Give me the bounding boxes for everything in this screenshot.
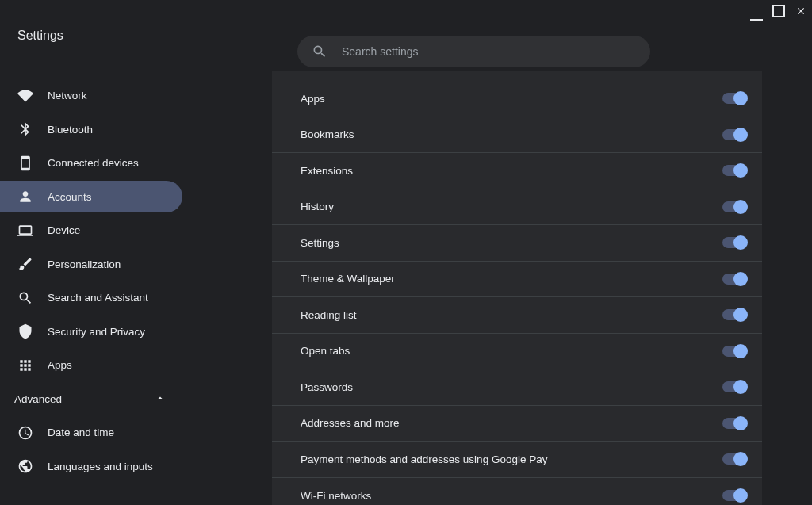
wifi-icon — [17, 88, 33, 104]
shield-icon — [17, 323, 33, 339]
clock-icon — [17, 425, 33, 441]
sync-row-payments: Payment methods and addresses using Goog… — [272, 442, 762, 478]
sync-row-settings: Settings — [272, 225, 762, 262]
laptop-icon — [17, 223, 33, 239]
toggle-addresses[interactable] — [722, 418, 746, 429]
sync-row-wifi: Wi-Fi networks — [272, 478, 762, 506]
sidebar-item-label: Apps — [48, 359, 72, 371]
sync-row-reading-list: Reading list — [272, 297, 762, 334]
sync-row-label: Passwords — [301, 381, 353, 393]
search-bar[interactable] — [297, 36, 650, 67]
device-icon — [17, 155, 33, 171]
globe-icon — [17, 458, 33, 474]
search-input[interactable] — [342, 45, 636, 58]
sync-row-label: Wi-Fi networks — [301, 490, 371, 502]
sync-row-extensions: Extensions — [272, 153, 762, 189]
sidebar: Network Bluetooth Connected devices Acco… — [0, 71, 222, 505]
sidebar-item-label: Date and time — [48, 427, 114, 438]
sidebar-item-label: Device — [48, 224, 80, 236]
chevron-up-icon — [155, 393, 165, 405]
toggle-history[interactable] — [722, 201, 746, 212]
sync-row-label: Extensions — [301, 165, 353, 177]
search-icon — [17, 290, 33, 306]
sidebar-item-label: Search and Assistant — [48, 292, 148, 304]
sidebar-item-label: Bluetooth — [48, 124, 93, 136]
sidebar-item-label: Accounts — [48, 191, 92, 203]
sidebar-item-label: Connected devices — [48, 157, 139, 169]
toggle-apps[interactable] — [722, 93, 746, 104]
toggle-passwords[interactable] — [722, 381, 746, 392]
sidebar-item-bluetooth[interactable]: Bluetooth — [0, 113, 182, 145]
sync-row-open-tabs: Open tabs — [272, 334, 762, 370]
toggle-open-tabs[interactable] — [722, 346, 746, 357]
sidebar-item-network[interactable]: Network — [0, 80, 182, 112]
sidebar-item-label: Personalization — [48, 258, 121, 270]
sync-row-label: Payment methods and addresses using Goog… — [301, 453, 547, 465]
sidebar-item-date-time[interactable]: Date and time — [0, 417, 182, 449]
sidebar-item-languages[interactable]: Languages and inputs — [0, 450, 182, 482]
sync-row-label: Bookmarks — [301, 128, 354, 140]
sidebar-item-search-assistant[interactable]: Search and Assistant — [0, 282, 182, 314]
sidebar-section-advanced[interactable]: Advanced — [0, 383, 182, 415]
person-icon — [17, 189, 33, 205]
sidebar-item-security-privacy[interactable]: Security and Privacy — [0, 316, 182, 347]
sync-options-panel: Apps Bookmarks Extensions History Settin… — [272, 71, 762, 505]
sidebar-item-device[interactable]: Device — [0, 215, 182, 247]
sidebar-item-accounts[interactable]: Accounts — [0, 181, 182, 212]
sync-row-bookmarks: Bookmarks — [272, 117, 762, 154]
sidebar-item-apps[interactable]: Apps — [0, 350, 182, 381]
toggle-wifi[interactable] — [722, 490, 746, 501]
sync-row-label: Addresses and more — [301, 417, 400, 429]
apps-icon — [17, 358, 33, 373]
sync-row-label: Reading list — [301, 309, 357, 321]
sync-row-addresses: Addresses and more — [272, 406, 762, 442]
sidebar-item-connected-devices[interactable]: Connected devices — [0, 147, 182, 179]
page-title: Settings — [17, 29, 63, 43]
brush-icon — [17, 256, 33, 272]
toggle-reading-list[interactable] — [722, 309, 746, 320]
toggle-settings[interactable] — [722, 237, 746, 248]
sync-row-history: History — [272, 189, 762, 226]
toggle-payments[interactable] — [722, 453, 746, 465]
sync-row-apps: Apps — [272, 81, 762, 117]
sync-row-theme-wallpaper: Theme & Wallpaper — [272, 262, 762, 298]
sync-row-label: Theme & Wallpaper — [301, 273, 395, 285]
toggle-theme-wallpaper[interactable] — [722, 274, 746, 285]
sidebar-section-label: Advanced — [14, 393, 62, 405]
sidebar-item-label: Security and Privacy — [48, 326, 145, 338]
sync-row-label: Open tabs — [301, 345, 350, 357]
toggle-bookmarks[interactable] — [722, 129, 746, 140]
bluetooth-icon — [17, 121, 33, 137]
sidebar-item-personalization[interactable]: Personalization — [0, 248, 182, 280]
toggle-extensions[interactable] — [722, 165, 746, 176]
sync-row-label: History — [301, 201, 334, 212]
sidebar-item-label: Languages and inputs — [48, 461, 153, 472]
sync-row-label: Apps — [301, 93, 325, 105]
sync-row-label: Settings — [301, 237, 339, 249]
search-icon — [312, 44, 327, 59]
sidebar-item-label: Network — [48, 90, 87, 101]
sync-row-passwords: Passwords — [272, 369, 762, 406]
